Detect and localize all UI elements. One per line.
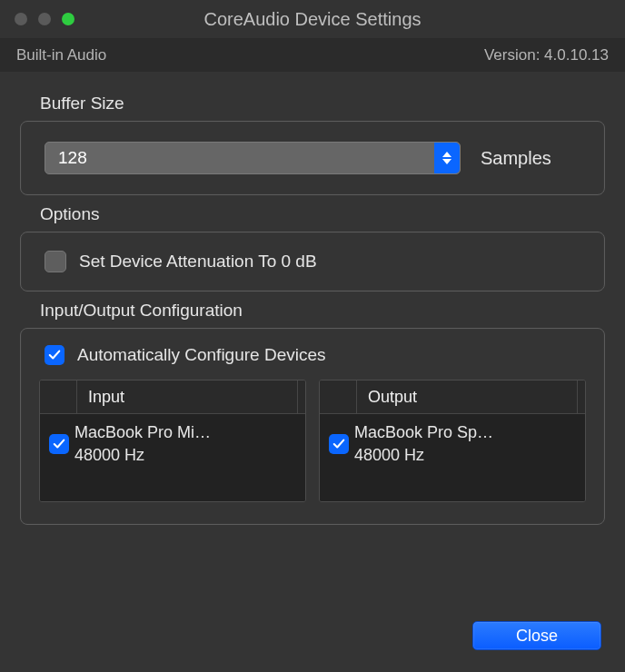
settings-window: CoreAudio Device Settings Built-in Audio… bbox=[0, 0, 625, 672]
input-table-header: Input bbox=[40, 380, 305, 414]
input-device-name: MacBook Pro Mi… bbox=[74, 423, 211, 442]
zoom-window-button[interactable] bbox=[62, 13, 74, 25]
output-device-rate: 48000 Hz bbox=[354, 446, 493, 465]
buffer-size-group: 128 Samples bbox=[20, 121, 605, 195]
check-icon bbox=[53, 438, 65, 450]
device-name-label: Built-in Audio bbox=[16, 46, 106, 64]
close-button[interactable]: Close bbox=[472, 621, 601, 650]
io-config-group: Automatically Configure Devices Input bbox=[20, 328, 605, 525]
version-label: Version: 4.0.10.13 bbox=[484, 46, 609, 64]
output-table: Output MacBook Pro Sp… 48000 Hz bbox=[319, 380, 586, 502]
output-device-checkbox[interactable] bbox=[329, 434, 349, 454]
sub-header: Built-in Audio Version: 4.0.10.13 bbox=[0, 39, 625, 72]
check-icon bbox=[332, 438, 345, 450]
content-area: Buffer Size 128 Samples Options Set Devi… bbox=[0, 72, 625, 525]
window-controls bbox=[0, 13, 74, 25]
input-device-checkbox[interactable] bbox=[49, 434, 69, 454]
input-column-label: Input bbox=[77, 388, 297, 407]
buffer-size-value: 128 bbox=[58, 148, 87, 168]
column-spacer bbox=[320, 380, 357, 413]
input-device-row[interactable]: MacBook Pro Mi… 48000 Hz bbox=[40, 414, 305, 501]
window-title: CoreAudio Device Settings bbox=[0, 9, 625, 30]
buffer-size-label: Buffer Size bbox=[40, 94, 605, 114]
titlebar: CoreAudio Device Settings bbox=[0, 0, 625, 39]
buffer-size-select[interactable]: 128 bbox=[45, 142, 461, 174]
io-tables: Input MacBook Pro Mi… 48000 Hz bbox=[39, 380, 586, 502]
column-end bbox=[297, 380, 305, 413]
options-label: Options bbox=[40, 204, 605, 224]
output-table-header: Output bbox=[320, 380, 585, 414]
attenuation-checkbox[interactable] bbox=[45, 251, 66, 272]
output-device-name: MacBook Pro Sp… bbox=[354, 423, 493, 442]
buffer-unit-label: Samples bbox=[481, 148, 580, 169]
select-stepper-icon bbox=[434, 143, 460, 173]
minimize-window-button[interactable] bbox=[38, 13, 51, 25]
attenuation-checkbox-label: Set Device Attenuation To 0 dB bbox=[79, 252, 317, 272]
chevron-up-icon bbox=[442, 152, 451, 157]
options-group: Set Device Attenuation To 0 dB bbox=[20, 232, 605, 292]
footer: Close bbox=[472, 621, 601, 650]
check-icon bbox=[48, 349, 61, 361]
io-config-label: Input/Output Configuration bbox=[40, 301, 605, 321]
output-device-row[interactable]: MacBook Pro Sp… 48000 Hz bbox=[320, 414, 585, 501]
input-table: Input MacBook Pro Mi… 48000 Hz bbox=[39, 380, 306, 502]
auto-configure-checkbox[interactable] bbox=[45, 345, 64, 365]
column-spacer bbox=[40, 380, 77, 413]
close-button-label: Close bbox=[516, 627, 558, 646]
auto-configure-label: Automatically Configure Devices bbox=[77, 345, 326, 365]
output-column-label: Output bbox=[357, 388, 577, 407]
chevron-down-icon bbox=[442, 159, 451, 164]
input-device-rate: 48000 Hz bbox=[74, 446, 211, 465]
close-window-button[interactable] bbox=[15, 13, 27, 25]
column-end bbox=[577, 380, 585, 413]
